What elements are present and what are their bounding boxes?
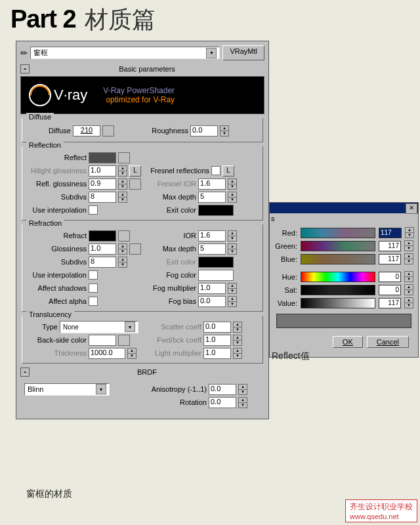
red-input[interactable]: 117	[379, 228, 402, 238]
thickness-label: Thickness	[25, 349, 87, 357]
blue-spinner[interactable]: ▲▼	[404, 253, 413, 264]
hilight-gloss-input[interactable]: 1.0	[89, 165, 116, 177]
refr-subdivs-input[interactable]: 8	[89, 257, 116, 268]
brdf-type-dropdown[interactable]: Blinn ▼	[24, 383, 110, 396]
fog-mult-spinner[interactable]: ▲▼	[228, 283, 237, 294]
green-input[interactable]: 117	[379, 241, 401, 251]
lightmult-spinner[interactable]: ▲▼	[233, 348, 242, 359]
rollout-brdf-header[interactable]: - BRDF	[20, 368, 264, 377]
refr-gloss-spinner[interactable]: ▲▼	[118, 243, 127, 255]
refract-swatch[interactable]	[89, 230, 116, 242]
thickness-spinner[interactable]: ▲▼	[127, 348, 136, 359]
color-picker-dialog: ✕ s Red: 117 ▲▼ Green: 117 ▲▼ Blue: 117 …	[269, 202, 419, 358]
scatter-spinner[interactable]: ▲▼	[233, 322, 242, 333]
hue-ramp[interactable]	[301, 272, 375, 282]
fresnel-ior-input[interactable]: 1.6	[198, 178, 226, 190]
hue-input[interactable]: 0	[379, 272, 401, 282]
blue-input[interactable]: 117	[379, 254, 401, 264]
refl-gloss-spinner[interactable]: ▲▼	[118, 178, 127, 190]
refr-maxdepth-spinner[interactable]: ▲▼	[228, 243, 237, 255]
roughness-input[interactable]: 0.0	[190, 125, 218, 136]
refr-gloss-map-slot[interactable]	[129, 243, 141, 255]
sliders-tab-label: s	[271, 215, 275, 222]
refl-gloss-input[interactable]: 0.9	[89, 178, 116, 190]
vray-line1: V-Ray PowerShader	[103, 86, 175, 95]
refract-map-slot[interactable]	[118, 230, 130, 242]
backside-swatch[interactable]	[89, 335, 116, 346]
color-picker-titlebar[interactable]: ✕	[270, 203, 418, 213]
refl-gloss-label: Refl. glossiness	[25, 180, 87, 188]
chevron-down-icon[interactable]: ▼	[96, 384, 106, 394]
fog-bias-spinner[interactable]: ▲▼	[228, 296, 237, 307]
refraction-group: Refract Glossiness 1.0 ▲▼ Subdivs 8 ▲▼ U…	[22, 224, 263, 312]
chevron-down-icon[interactable]: ▼	[206, 48, 217, 58]
refr-gloss-input[interactable]: 1.0	[89, 243, 116, 255]
fog-color-swatch[interactable]	[198, 270, 234, 281]
refl-maxdepth-spinner[interactable]: ▲▼	[228, 192, 237, 203]
refl-subdivs-spinner[interactable]: ▲▼	[118, 192, 127, 203]
ior-spinner[interactable]: ▲▼	[228, 230, 237, 242]
pick-material-icon[interactable]: ✎	[18, 47, 30, 58]
ok-button[interactable]: OK	[333, 336, 363, 348]
scatter-input[interactable]: 0.0	[203, 322, 231, 333]
affect-shadows-checkbox[interactable]	[89, 284, 98, 293]
hilight-lock-button[interactable]: L	[129, 165, 141, 177]
sat-input[interactable]: 0	[379, 285, 401, 295]
translucency-group: Type None ▼ Back-side color Thickness 10…	[22, 316, 263, 364]
brdf-toggle[interactable]: -	[20, 368, 30, 377]
affect-shadows-label: Affect shadows	[25, 284, 87, 292]
green-spinner[interactable]: ▲▼	[404, 240, 413, 251]
refl-interp-checkbox[interactable]	[89, 205, 98, 215]
refl-gloss-map-slot[interactable]	[129, 178, 141, 190]
roughness-label: Roughness	[144, 127, 188, 135]
diffuse-map-slot[interactable]	[102, 125, 114, 136]
backside-map-slot[interactable]	[118, 335, 130, 346]
sat-spinner[interactable]: ▲▼	[404, 284, 413, 295]
material-type-button[interactable]: VRayMtl	[222, 45, 264, 60]
material-name-dropdown[interactable]: 窗框 ▼	[30, 47, 220, 59]
red-ramp[interactable]	[301, 228, 375, 238]
affect-alpha-checkbox[interactable]	[89, 297, 98, 306]
trans-type-dropdown[interactable]: None ▼	[60, 321, 138, 333]
refl-subdivs-input[interactable]: 8	[89, 192, 116, 203]
fog-mult-input[interactable]: 1.0	[198, 283, 226, 294]
refr-interp-checkbox[interactable]	[89, 270, 98, 280]
fresnel-ior-spinner[interactable]: ▲▼	[228, 178, 237, 190]
aniso-spinner[interactable]: ▲▼	[238, 384, 247, 395]
hilight-gloss-spinner[interactable]: ▲▼	[118, 165, 127, 177]
hue-spinner[interactable]: ▲▼	[404, 271, 413, 282]
reflect-swatch[interactable]	[89, 152, 116, 163]
fwdbck-input[interactable]: 1.0	[203, 335, 231, 346]
refl-exitcolor-swatch[interactable]	[198, 205, 234, 216]
aniso-input[interactable]: 0.0	[209, 384, 236, 395]
ior-input[interactable]: 1.6	[198, 230, 226, 242]
title-chapter: 材质篇	[85, 6, 156, 33]
rollout-basic-header[interactable]: - Basic parameters	[20, 64, 264, 74]
chevron-down-icon[interactable]: ▼	[125, 322, 135, 332]
rotation-spinner[interactable]: ▲▼	[238, 397, 247, 408]
roughness-spinner[interactable]: ▲▼	[220, 125, 229, 136]
thickness-input[interactable]: 1000.0	[89, 348, 125, 359]
sat-ramp[interactable]	[301, 285, 375, 295]
fog-bias-input[interactable]: 0.0	[198, 296, 226, 307]
rollout-toggle[interactable]: -	[20, 64, 30, 74]
diffuse-value[interactable]: 210	[73, 125, 100, 136]
fwdbck-spinner[interactable]: ▲▼	[233, 335, 242, 346]
lightmult-input[interactable]: 1.0	[203, 348, 231, 359]
val-ramp[interactable]	[301, 298, 375, 308]
val-spinner[interactable]: ▲▼	[404, 297, 413, 308]
cancel-button[interactable]: Cancel	[367, 336, 409, 348]
fresnel-lock-button[interactable]: L	[222, 165, 234, 177]
fresnel-checkbox[interactable]	[211, 166, 220, 175]
refr-subdivs-spinner[interactable]: ▲▼	[118, 257, 127, 268]
blue-ramp[interactable]	[301, 254, 375, 264]
refr-exitcolor-swatch[interactable]	[198, 257, 234, 268]
red-spinner[interactable]: ▲▼	[405, 227, 414, 238]
refr-maxdepth-input[interactable]: 5	[198, 243, 226, 255]
reflect-map-slot[interactable]	[118, 152, 130, 163]
rotation-input[interactable]: 0.0	[209, 397, 236, 408]
refl-maxdepth-input[interactable]: 5	[198, 192, 226, 203]
green-ramp[interactable]	[301, 241, 375, 251]
val-input[interactable]: 117	[379, 298, 401, 308]
close-icon[interactable]: ✕	[406, 203, 417, 214]
